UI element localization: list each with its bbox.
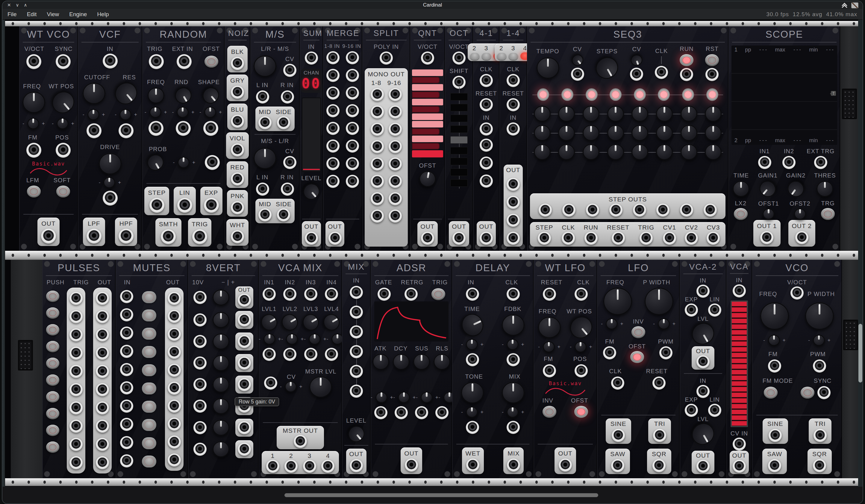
octave-step-selected[interactable] xyxy=(450,136,468,144)
rst-jack[interactable] xyxy=(705,68,718,81)
prob-cv-knob[interactable] xyxy=(177,157,189,168)
pwidth-knob[interactable] xyxy=(805,302,834,330)
octave-step[interactable] xyxy=(450,168,468,176)
mute-in-jack[interactable] xyxy=(120,381,133,395)
out-jack[interactable] xyxy=(305,232,318,245)
module-split[interactable]: SPLIT POLY IN MONO OUT 1-89-16 xyxy=(362,26,410,251)
mute-in-jack[interactable] xyxy=(120,418,133,431)
seq-knob-row1[interactable] xyxy=(681,106,697,122)
mid-out-jack[interactable] xyxy=(258,208,272,222)
steps-knob[interactable] xyxy=(592,53,622,83)
merge-in-jack[interactable] xyxy=(326,69,339,82)
fm-jack[interactable] xyxy=(768,360,781,373)
module-wt-vco[interactable]: WT VCO V/OCTSYNC FREQWT POS -+ -+ FMPOS … xyxy=(19,26,78,251)
shape-cv-knob[interactable] xyxy=(204,107,216,118)
split-out-jack[interactable] xyxy=(371,157,384,171)
saw-out-jack[interactable] xyxy=(768,459,781,472)
ofst-button[interactable] xyxy=(630,351,644,363)
module-vca-2[interactable]: VCA-2 IN EXP LIN LVL OUT IN EXP LIN LVL … xyxy=(680,260,726,478)
steps-cv-knob[interactable] xyxy=(629,53,644,67)
seq-knob-row3[interactable] xyxy=(681,144,697,160)
mix-knob[interactable] xyxy=(502,382,524,403)
active-key[interactable] xyxy=(412,150,443,157)
mute-button[interactable] xyxy=(142,291,156,303)
viol-out-jack[interactable] xyxy=(231,143,244,156)
seq-knob-row3[interactable] xyxy=(534,144,551,160)
env-cv-jack[interactable] xyxy=(435,406,449,419)
trg-button[interactable] xyxy=(821,208,835,220)
mute-button[interactable] xyxy=(142,383,156,395)
seq-knob-row1[interactable] xyxy=(607,106,624,122)
step-led[interactable] xyxy=(634,88,646,101)
count-led[interactable] xyxy=(482,52,491,60)
decode-knob[interactable] xyxy=(254,148,276,169)
pulse-out-jack[interactable] xyxy=(96,310,109,323)
module-scope[interactable]: SCOPE 1 pp--- max--- min--- 2 pp--- max-… xyxy=(728,26,840,251)
step-out-jack[interactable] xyxy=(680,203,693,217)
merge-in-jack[interactable] xyxy=(326,175,339,188)
module-delay[interactable]: DELAY INCLK TIMEFDBK -+ -+ TONEMIX -+ -+… xyxy=(452,260,533,478)
env-knob[interactable] xyxy=(434,354,450,370)
merge-in-jack[interactable] xyxy=(346,69,359,82)
module-mix[interactable]: MIX IN LEVEL OUT xyxy=(342,260,371,478)
in-jack[interactable] xyxy=(480,156,493,170)
vert-in-jack[interactable] xyxy=(193,356,207,370)
fdbk-cv-jack[interactable] xyxy=(507,353,520,366)
seq-knob-row1[interactable] xyxy=(534,106,551,122)
white-key[interactable] xyxy=(412,136,443,142)
lvl-knob[interactable] xyxy=(279,311,301,333)
menu-engine[interactable]: Engine xyxy=(64,11,92,17)
vertical-scrollbar-track[interactable] xyxy=(858,20,863,487)
octave-step[interactable] xyxy=(450,158,468,165)
in-jack[interactable] xyxy=(480,139,493,152)
mute-out-jack[interactable] xyxy=(168,418,181,431)
merge-in-jack[interactable] xyxy=(346,104,359,117)
out-jack[interactable] xyxy=(41,228,56,244)
push-button[interactable] xyxy=(46,425,59,436)
seq-knob-row1[interactable] xyxy=(705,106,722,122)
fdbk-cv-knob[interactable] xyxy=(507,339,519,350)
cv3-out-jack[interactable] xyxy=(707,232,720,245)
mstrlvl-knob[interactable] xyxy=(309,376,332,398)
mute-in-jack[interactable] xyxy=(120,308,133,321)
steps-cv-jack[interactable] xyxy=(630,68,643,81)
time-knob[interactable] xyxy=(458,310,487,340)
black-key[interactable] xyxy=(412,143,439,149)
seq-knob-row3[interactable] xyxy=(607,144,624,160)
reset-jack[interactable] xyxy=(653,376,666,390)
side-out-jack[interactable] xyxy=(277,116,290,129)
encode-cv-jack[interactable] xyxy=(283,64,297,77)
freq-cv-knob[interactable] xyxy=(606,318,618,329)
drive-knob[interactable] xyxy=(99,153,122,175)
push-button[interactable] xyxy=(46,391,59,402)
clk-jack[interactable] xyxy=(480,74,493,87)
poly-out-jack[interactable] xyxy=(328,232,342,245)
cv1-out-jack[interactable] xyxy=(663,232,676,245)
vert-in-jack[interactable] xyxy=(193,443,207,456)
step-jack[interactable] xyxy=(538,232,551,245)
prob-cv-jack[interactable] xyxy=(205,155,220,170)
lvl-cv-knob[interactable] xyxy=(332,333,343,345)
split-out-jack[interactable] xyxy=(371,140,384,153)
gry-out-jack[interactable] xyxy=(231,85,244,99)
step-led[interactable] xyxy=(682,88,694,101)
vert-in-jack[interactable] xyxy=(193,421,207,434)
sync-input-jack[interactable] xyxy=(56,54,71,69)
vert-gain-knob[interactable] xyxy=(212,312,229,328)
vert-gain-knob[interactable] xyxy=(212,441,229,457)
seq-knob-row2[interactable] xyxy=(681,125,697,141)
smth-out-jack[interactable] xyxy=(161,229,176,244)
env-knob[interactable] xyxy=(393,354,410,370)
wavetable-name[interactable]: Basic.wav xyxy=(549,380,582,386)
merge-in-jack[interactable] xyxy=(346,51,359,65)
env-cv-jack[interactable] xyxy=(395,406,408,419)
mix-in-jack[interactable] xyxy=(283,288,297,301)
horizontal-scrollbar-handle[interactable] xyxy=(285,493,598,497)
octave-step[interactable] xyxy=(450,115,468,122)
ofst-button[interactable] xyxy=(574,406,588,418)
sine-out-jack[interactable] xyxy=(612,429,625,442)
menu-file[interactable]: File xyxy=(2,11,22,17)
out-jack[interactable] xyxy=(733,460,746,473)
blu-out-jack[interactable] xyxy=(231,115,244,128)
black-key[interactable] xyxy=(412,128,439,135)
